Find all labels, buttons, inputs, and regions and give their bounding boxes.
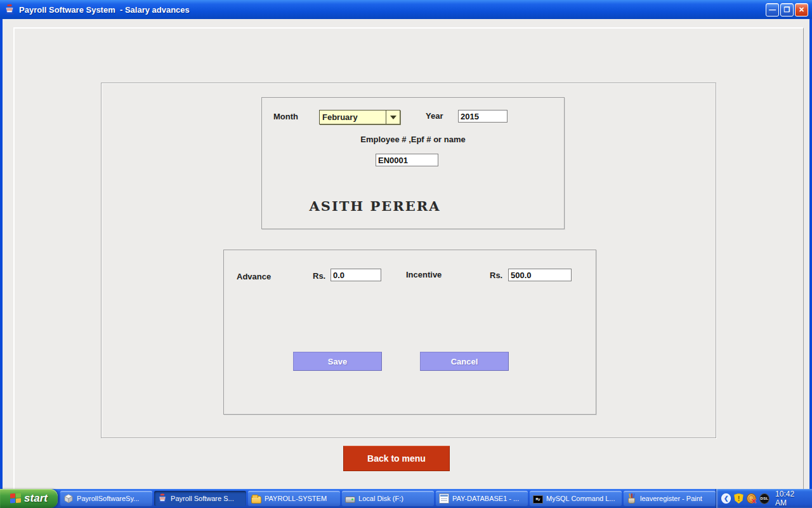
incentive-input[interactable] <box>508 269 572 281</box>
error-x-icon: ✕ <box>751 498 757 505</box>
taskbar-item-payroll-system-folder[interactable]: PAYROLL-SYSTEM <box>248 491 340 506</box>
employee-name: ASITH PERERA <box>273 198 476 214</box>
advance-input[interactable] <box>331 269 381 281</box>
year-input[interactable] <box>458 110 508 123</box>
taskbar-item-leaveregister-paint[interactable]: leaveregister - Paint <box>624 491 716 506</box>
month-label: Month <box>273 112 298 121</box>
maximize-icon: ❐ <box>784 6 790 14</box>
taskbar-items: PayrollSoftwareSy... Payroll Software S.… <box>60 491 716 506</box>
maximize-button[interactable]: ❐ <box>780 3 794 17</box>
employee-id-input[interactable] <box>376 154 438 166</box>
desktop-screen: Payroll Software System - Salary advance… <box>0 0 812 508</box>
java-icon <box>157 493 167 504</box>
taskbar-item-label: Payroll Software S... <box>171 495 234 502</box>
window-title: Payroll Software System - Salary advance… <box>19 5 766 15</box>
advance-label: Advance <box>237 272 271 281</box>
minimize-icon: — <box>769 6 776 13</box>
back-to-menu-button[interactable]: Back to menu <box>343 446 450 471</box>
month-dropdown[interactable]: February <box>319 110 400 124</box>
taskbar-item-label: PAYROLL-SYSTEM <box>265 495 327 502</box>
taskbar-item-mysql-command-line[interactable]: My MySQL Command L... <box>530 491 622 506</box>
disk-icon <box>345 497 355 503</box>
taskbar-item-payrollsoftwaresy[interactable]: PayrollSoftwareSy... <box>60 491 152 506</box>
incentive-currency-label: Rs. <box>490 271 502 280</box>
cancel-button[interactable]: Cancel <box>420 352 509 371</box>
save-button[interactable]: Save <box>293 352 382 371</box>
taskbar-item-label: leaveregister - Paint <box>640 495 702 502</box>
close-button[interactable]: ✕ <box>795 3 808 17</box>
windows-logo-icon <box>10 493 21 504</box>
cancel-button-label: Cancel <box>451 357 478 366</box>
advance-currency-label: Rs. <box>313 271 325 281</box>
year-label: Year <box>426 111 443 121</box>
cube-icon <box>63 493 74 504</box>
java-app-icon <box>4 4 15 15</box>
taskbar-item-pay-database1[interactable]: PAY-DATABASE1 - ... <box>436 491 528 506</box>
close-icon: ✕ <box>799 6 804 14</box>
dropdown-arrow-button[interactable] <box>386 110 400 124</box>
employee-search-label: Employee # ,Epf # or name <box>262 135 564 144</box>
start-button[interactable]: start <box>0 489 58 508</box>
taskbar-item-label: PayrollSoftwareSy... <box>77 495 139 502</box>
amounts-panel: Advance Rs. Incentive Rs. Save Cancel <box>223 250 596 415</box>
folder-icon <box>251 496 261 504</box>
security-shield-icon[interactable]: ! <box>734 493 743 504</box>
employee-selection-panel: Month February Year Employee # ,Epf # or… <box>261 97 565 229</box>
taskbar-item-label: PAY-DATABASE1 - ... <box>452 495 519 502</box>
console-icon: My <box>533 495 543 504</box>
window-body: Salary advances Month February Year Empl… <box>0 19 812 489</box>
window-titlebar: Payroll Software System - Salary advance… <box>0 0 812 19</box>
minimize-button[interactable]: — <box>766 3 779 17</box>
system-tray: ❮ ! ✕ DSL 10:42 AM <box>716 489 812 508</box>
taskbar-item-label: Local Disk (F:) <box>358 495 403 502</box>
month-value: February <box>320 112 386 122</box>
paint-icon <box>627 493 637 504</box>
taskbar-item-local-disk-f[interactable]: Local Disk (F:) <box>342 491 434 506</box>
incentive-label: Incentive <box>406 270 442 279</box>
chevron-down-icon <box>390 116 396 119</box>
dsl-tray-icon[interactable]: DSL <box>759 493 769 504</box>
taskbar-clock: 10:42 AM <box>775 490 806 507</box>
taskbar-item-payroll-software-active[interactable]: Payroll Software S... <box>154 491 246 506</box>
taskbar: start PayrollSoftwareSy... <box>0 489 812 508</box>
main-form-panel: Month February Year Employee # ,Epf # or… <box>101 83 716 438</box>
taskbar-item-label: MySQL Command L... <box>546 495 615 502</box>
network-error-icon[interactable]: ✕ <box>747 493 756 504</box>
back-to-menu-label: Back to menu <box>367 453 426 464</box>
notepad-icon <box>439 493 449 504</box>
start-button-label: start <box>24 492 48 505</box>
save-button-label: Save <box>328 357 347 366</box>
tray-collapse-chevron-icon[interactable]: ❮ <box>721 493 731 504</box>
